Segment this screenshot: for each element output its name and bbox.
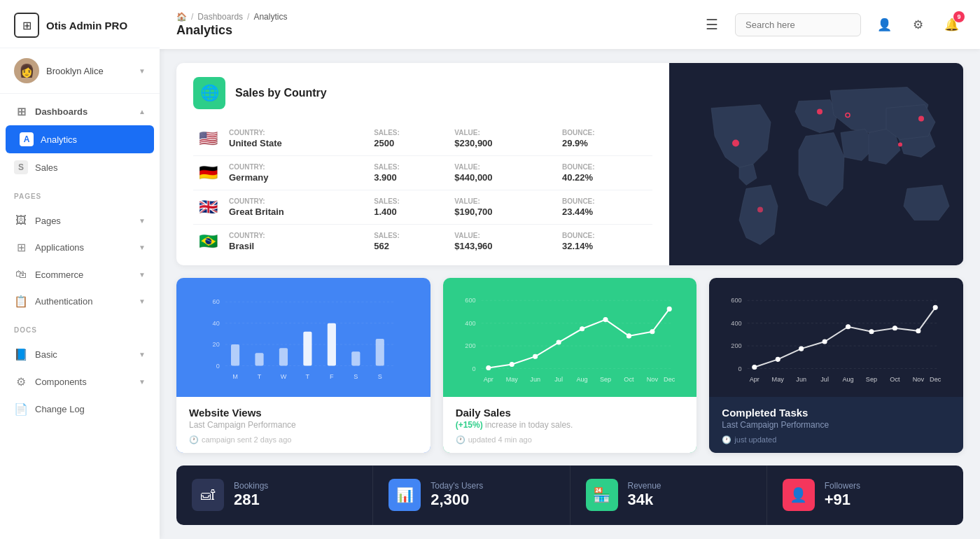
sidebar-item-basic[interactable]: 📘 Basic ▼ bbox=[0, 341, 160, 368]
components-icon: ⚙ bbox=[14, 375, 28, 388]
svg-point-6 bbox=[757, 206, 763, 212]
sales-table: 🇺🇸 Country: United State Sales: 2500 Val… bbox=[193, 122, 652, 258]
svg-text:M: M bbox=[232, 373, 238, 380]
bookings-stat-icon: 🛋 bbox=[192, 479, 224, 511]
country-flag: 🇧🇷 bbox=[199, 232, 218, 250]
sidebar-item-authentication[interactable]: 📋 Authentication ▼ bbox=[0, 288, 160, 315]
table-row: 🇺🇸 Country: United State Sales: 2500 Val… bbox=[193, 122, 652, 156]
website-views-footer: 🕐 campaign sent 2 days ago bbox=[189, 435, 418, 444]
sidebar-item-components[interactable]: ⚙ Components ▼ bbox=[0, 368, 160, 396]
apps-chevron-icon: ▼ bbox=[139, 244, 146, 251]
breadcrumb-sep2: / bbox=[247, 12, 249, 22]
profile-button[interactable]: 👤 bbox=[872, 13, 896, 36]
sidebar-item-ecommerce[interactable]: 🛍 Ecommerce ▼ bbox=[0, 261, 160, 288]
svg-text:Apr: Apr bbox=[483, 376, 493, 383]
svg-point-2 bbox=[817, 108, 822, 114]
svg-text:400: 400 bbox=[732, 320, 742, 327]
stat-value-followers: +91 bbox=[825, 491, 860, 509]
world-map-svg bbox=[669, 63, 963, 265]
svg-point-4 bbox=[918, 115, 924, 121]
clock-icon: 🕐 bbox=[189, 435, 199, 444]
svg-text:200: 200 bbox=[732, 342, 742, 349]
svg-text:S: S bbox=[354, 373, 358, 380]
svg-text:20: 20 bbox=[213, 341, 220, 348]
revenue-stat-icon: 🏪 bbox=[586, 479, 618, 511]
country-flag: 🇺🇸 bbox=[199, 130, 218, 147]
website-views-title: Website Views bbox=[189, 407, 418, 419]
search-input[interactable] bbox=[735, 13, 861, 36]
sidebar-item-applications[interactable]: ⊞ Applications ▼ bbox=[0, 234, 160, 261]
sales-by-country-card: 🌐 Sales by Country 🇺🇸 Country: United St… bbox=[176, 63, 963, 265]
svg-text:Nov: Nov bbox=[913, 376, 925, 383]
sidebar-item-dashboards[interactable]: ⊞ Dashboards ▲ bbox=[0, 98, 160, 125]
breadcrumb-sep1: / bbox=[191, 12, 193, 22]
completed-tasks-info: Completed Tasks Last Campaign Performanc… bbox=[709, 397, 963, 453]
sidebar-item-label: Pages bbox=[35, 216, 61, 226]
country-flag: 🇬🇧 bbox=[199, 198, 218, 216]
stat-label-bookings: Bookings bbox=[234, 481, 268, 491]
bar-chart-svg: 60 40 20 0 M T bbox=[186, 288, 421, 394]
svg-text:Apr: Apr bbox=[750, 376, 760, 383]
table-row: 🇬🇧 Country: Great Britain Sales: 1.400 V… bbox=[193, 190, 652, 225]
svg-text:W: W bbox=[281, 373, 287, 380]
hamburger-icon[interactable]: ☰ bbox=[706, 16, 718, 33]
sales-table-section: 🌐 Sales by Country 🇺🇸 Country: United St… bbox=[176, 63, 669, 265]
sidebar-item-label: Applications bbox=[35, 242, 84, 253]
table-row: 🇩🇪 Country: Germany Sales: 3.900 Value: … bbox=[193, 156, 652, 190]
notifications-button[interactable]: 🔔 9 bbox=[939, 13, 963, 36]
globe-icon: 🌐 bbox=[193, 77, 225, 109]
sidebar-item-label: Sales bbox=[35, 162, 58, 173]
svg-text:S: S bbox=[378, 373, 382, 380]
svg-text:Jun: Jun bbox=[797, 376, 807, 383]
svg-point-43 bbox=[626, 334, 631, 338]
breadcrumb-dashboards[interactable]: Dashboards bbox=[197, 12, 243, 22]
basic-chevron-icon: ▼ bbox=[139, 351, 146, 358]
settings-button[interactable]: ⚙ bbox=[906, 13, 930, 36]
app-name: Otis Admin PRO bbox=[46, 20, 127, 31]
nav-docs-section: 📘 Basic ▼ ⚙ Components ▼ 📄 Change Log bbox=[0, 337, 160, 427]
charts-row: 60 40 20 0 M T bbox=[176, 278, 963, 453]
changelog-icon: 📄 bbox=[14, 402, 28, 416]
followers-stat-icon: 👤 bbox=[783, 479, 815, 511]
sidebar-user[interactable]: 👩 Brooklyn Alice ▼ bbox=[0, 48, 160, 94]
website-views-info: Website Views Last Campaign Performance … bbox=[176, 397, 430, 453]
sales-card-header: 🌐 Sales by Country bbox=[193, 77, 652, 109]
daily-sales-highlight: (+15%) bbox=[456, 420, 483, 430]
user-chevron-icon: ▼ bbox=[139, 67, 146, 75]
svg-text:T: T bbox=[258, 373, 262, 380]
dashboard-icon: ⊞ bbox=[14, 105, 28, 118]
svg-point-68 bbox=[869, 330, 874, 334]
breadcrumb-area: 🏠 / Dashboards / Analytics Analytics bbox=[176, 12, 694, 38]
svg-point-63 bbox=[752, 365, 757, 369]
svg-text:Aug: Aug bbox=[843, 376, 854, 383]
stat-value-bookings: 281 bbox=[234, 491, 268, 509]
sidebar-item-analytics[interactable]: A Analytics bbox=[6, 125, 154, 153]
basic-icon: 📘 bbox=[14, 348, 28, 361]
pages-section-label: PAGES bbox=[0, 186, 160, 203]
user-name: Brooklyn Alice bbox=[46, 66, 132, 76]
sidebar-item-sales[interactable]: S Sales bbox=[0, 153, 160, 181]
sidebar-item-label: Analytics bbox=[41, 134, 77, 145]
svg-rect-19 bbox=[328, 323, 336, 366]
daily-sales-title: Daily Sales bbox=[456, 407, 685, 419]
sidebar-item-pages[interactable]: 🖼 Pages ▼ bbox=[0, 207, 160, 234]
line-chart-svg: 600 400 200 0 bbox=[453, 288, 687, 394]
svg-text:Oct: Oct bbox=[890, 376, 901, 383]
svg-point-38 bbox=[510, 362, 514, 366]
sidebar-item-label: Dashboards bbox=[35, 106, 88, 117]
svg-point-39 bbox=[533, 354, 537, 358]
stat-label-followers: Followers bbox=[825, 481, 860, 491]
svg-rect-20 bbox=[351, 351, 360, 365]
country-flag: 🇩🇪 bbox=[199, 164, 218, 181]
clock-icon: 🕐 bbox=[722, 435, 732, 444]
pages-chevron-icon: ▼ bbox=[139, 217, 146, 225]
daily-sales-info: Daily Sales (+15%) increase in today sal… bbox=[443, 397, 697, 453]
svg-point-65 bbox=[799, 346, 804, 351]
svg-text:Jun: Jun bbox=[530, 376, 540, 383]
svg-point-70 bbox=[916, 329, 920, 333]
svg-text:May: May bbox=[505, 376, 518, 383]
svg-text:600: 600 bbox=[732, 297, 742, 304]
svg-text:200: 200 bbox=[465, 342, 475, 349]
stat-label-revenue: Revenue bbox=[628, 481, 662, 491]
sidebar-item-changelog[interactable]: 📄 Change Log bbox=[0, 396, 160, 423]
